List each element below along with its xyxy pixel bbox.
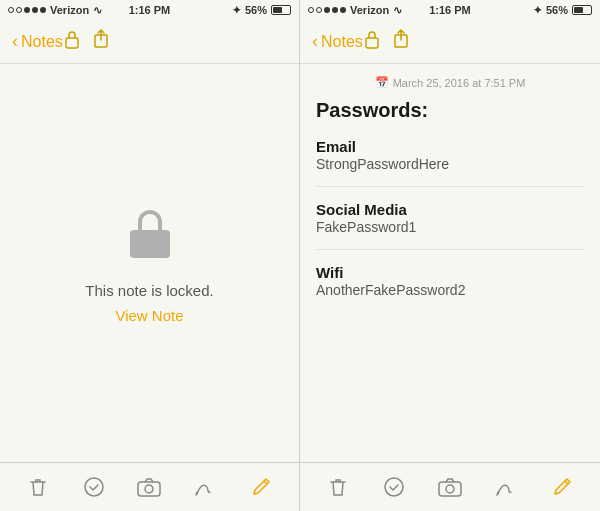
share-nav-icon[interactable]	[93, 29, 109, 54]
locked-content: This note is locked. View Note	[0, 64, 299, 462]
right-nav-bar: ‹ Notes	[300, 20, 600, 64]
battery-icon	[271, 5, 291, 15]
entry-value-2: AnotherFakePassword2	[316, 282, 584, 298]
scribble-icon[interactable]	[187, 469, 223, 505]
entry-label-0: Email	[316, 138, 584, 155]
right-phone-screen: Verizon ∿ 1:16 PM ✦ 56% ‹ Notes	[300, 0, 600, 511]
left-status-right: ✦ 56%	[232, 4, 291, 17]
note-title: Passwords:	[316, 99, 584, 122]
right-lock-nav-icon[interactable]	[363, 29, 381, 54]
view-note-button[interactable]: View Note	[115, 307, 183, 324]
r-signal-dot-4	[332, 7, 338, 13]
right-checkmark-circle-icon[interactable]	[376, 469, 412, 505]
note-entry-2: Wifi AnotherFakePassword2	[316, 264, 584, 298]
battery-fill	[273, 7, 282, 13]
signal-dot-5	[40, 7, 46, 13]
entry-label-1: Social Media	[316, 201, 584, 218]
calendar-icon: 📅	[375, 76, 389, 89]
camera-icon[interactable]	[131, 469, 167, 505]
right-bluetooth-icon: ✦	[533, 4, 542, 17]
left-nav-bar: ‹ Notes	[0, 20, 299, 64]
r-signal-dot-2	[316, 7, 322, 13]
lock-icon-container	[120, 202, 180, 266]
signal-dot-1	[8, 7, 14, 13]
r-signal-dot-1	[308, 7, 314, 13]
left-nav-actions	[63, 29, 109, 54]
svg-point-3	[85, 478, 103, 496]
svg-rect-4	[138, 482, 160, 496]
entry-value-1: FakePassword1	[316, 219, 584, 235]
right-carrier-label: Verizon	[350, 4, 389, 16]
left-status-bar: Verizon ∿ 1:16 PM ✦ 56%	[0, 0, 299, 20]
back-chevron-icon: ‹	[12, 31, 18, 52]
right-nav-actions	[363, 29, 409, 54]
right-time: 1:16 PM	[429, 4, 471, 16]
entry-value-0: StrongPasswordHere	[316, 156, 584, 172]
divider-1	[316, 249, 584, 250]
svg-point-10	[446, 485, 454, 493]
right-status-right: ✦ 56%	[533, 4, 592, 17]
lock-nav-icon[interactable]	[63, 29, 81, 54]
note-entry-0: Email StrongPasswordHere	[316, 138, 584, 172]
note-entry-1: Social Media FakePassword1	[316, 201, 584, 235]
trash-icon[interactable]	[20, 469, 56, 505]
lock-large-icon	[120, 202, 180, 262]
right-back-label: Notes	[321, 33, 363, 51]
battery-percent: 56%	[245, 4, 267, 16]
signal-dot-3	[24, 7, 30, 13]
right-battery-icon	[572, 5, 592, 15]
right-wifi-icon: ∿	[393, 4, 402, 17]
right-back-button[interactable]: ‹ Notes	[312, 31, 363, 52]
bluetooth-icon: ✦	[232, 4, 241, 17]
right-compose-icon[interactable]	[544, 469, 580, 505]
svg-rect-9	[439, 482, 461, 496]
compose-icon[interactable]	[243, 469, 279, 505]
note-date: 📅 March 25, 2016 at 7:51 PM	[316, 76, 584, 89]
r-signal-dot-3	[324, 7, 330, 13]
wifi-icon: ∿	[93, 4, 102, 17]
right-scribble-icon[interactable]	[488, 469, 524, 505]
right-back-chevron-icon: ‹	[312, 31, 318, 52]
right-toolbar	[300, 462, 600, 511]
svg-point-5	[145, 485, 153, 493]
left-toolbar	[0, 462, 299, 511]
right-battery-fill	[574, 7, 583, 13]
checkmark-circle-icon[interactable]	[76, 469, 112, 505]
signal-dot-4	[32, 7, 38, 13]
left-back-button[interactable]: ‹ Notes	[12, 31, 63, 52]
carrier-label: Verizon	[50, 4, 89, 16]
right-status-left: Verizon ∿	[308, 4, 402, 17]
signal-dot-2	[16, 7, 22, 13]
divider-0	[316, 186, 584, 187]
r-signal-dot-5	[340, 7, 346, 13]
right-signal-dots	[308, 7, 346, 13]
note-date-text: March 25, 2016 at 7:51 PM	[393, 77, 526, 89]
right-camera-icon[interactable]	[432, 469, 468, 505]
svg-point-8	[385, 478, 403, 496]
left-status-left: Verizon ∿	[8, 4, 102, 17]
entry-label-2: Wifi	[316, 264, 584, 281]
svg-rect-0	[66, 38, 78, 48]
left-phone-screen: Verizon ∿ 1:16 PM ✦ 56% ‹ Notes	[0, 0, 300, 511]
locked-message: This note is locked.	[85, 282, 213, 299]
right-trash-icon[interactable]	[320, 469, 356, 505]
svg-rect-6	[366, 38, 378, 48]
right-battery-percent: 56%	[546, 4, 568, 16]
note-content: 📅 March 25, 2016 at 7:51 PM Passwords: E…	[300, 64, 600, 462]
right-status-bar: Verizon ∿ 1:16 PM ✦ 56%	[300, 0, 600, 20]
right-share-nav-icon[interactable]	[393, 29, 409, 54]
signal-dots	[8, 7, 46, 13]
svg-rect-2	[130, 230, 170, 258]
left-time: 1:16 PM	[129, 4, 171, 16]
left-back-label: Notes	[21, 33, 63, 51]
